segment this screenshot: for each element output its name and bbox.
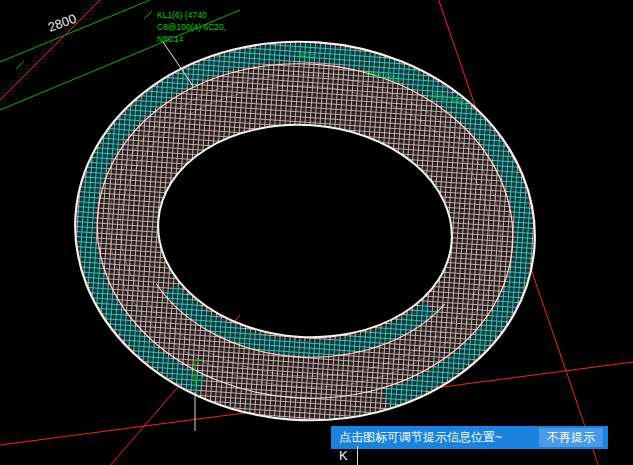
ring-beam-3d[interactable] <box>62 26 547 435</box>
beam-annotation-line2: C8@100(4) 6C20, <box>157 22 226 32</box>
rebar-mesh-band <box>63 27 546 434</box>
hint-tooltip[interactable]: 点击图标可调节提示信息位置~ 不再提示 <box>331 426 608 449</box>
cad-viewport[interactable]: 2800 5C22 C8@1 <box>0 0 633 465</box>
dimension-tick-left <box>16 61 24 69</box>
axis-line-red-topleft <box>0 0 100 100</box>
dimension-tick-right <box>144 11 152 19</box>
dismiss-button[interactable]: 不再提示 <box>539 428 603 447</box>
beam-annotation-line3: N8C14 <box>157 34 184 44</box>
tooltip-message: 点击图标可调节提示信息位置~ <box>331 426 539 449</box>
beam-annotation-line1: KL1(6) (4740 <box>157 10 207 20</box>
dimension-line <box>0 0 150 62</box>
axis-tick <box>357 446 358 465</box>
axis-bubble-label[interactable]: K <box>339 448 348 463</box>
cad-drawing: 2800 5C22 C8@1 <box>0 0 633 465</box>
